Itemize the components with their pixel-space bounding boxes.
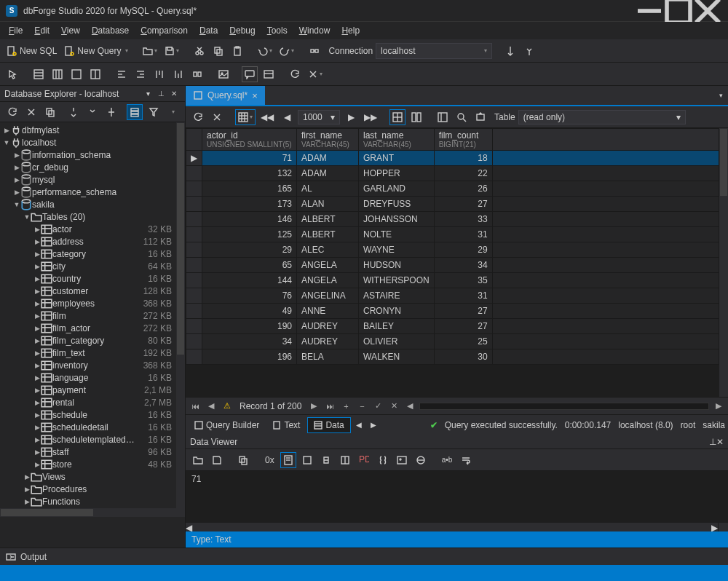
tree-table-country[interactable]: ▶country16 KB	[0, 272, 176, 285]
explorer-filter-icon[interactable]	[146, 104, 162, 120]
dv-image-icon[interactable]	[394, 452, 410, 468]
tool-grid2-icon[interactable]	[50, 66, 66, 82]
grid-mode1-icon[interactable]	[389, 109, 405, 125]
grid-page-count[interactable]: 1000▾	[298, 110, 340, 125]
dv-view5-icon[interactable]	[337, 452, 353, 468]
tool-grid3-icon[interactable]	[68, 66, 84, 82]
tree-table-store[interactable]: ▶store48 KB	[0, 458, 176, 470]
tree-table-category[interactable]: ▶category16 KB	[0, 248, 176, 260]
menu-database[interactable]: Database	[86, 23, 135, 38]
tree-scrollbar-horizontal[interactable]	[0, 508, 185, 517]
grid-last-icon[interactable]: ▶▶	[362, 109, 379, 125]
table-row[interactable]: ▶71ADAMGRANT18	[186, 151, 719, 166]
grid-export-icon[interactable]	[472, 109, 488, 125]
tab-text[interactable]: Text	[266, 418, 306, 432]
tree-host[interactable]: ▼localhost	[0, 136, 176, 149]
dv-hex-icon[interactable]: 0x	[261, 452, 277, 468]
menu-data[interactable]: Data	[194, 23, 223, 38]
tree-table-payment[interactable]: ▶payment2,1 MB	[0, 384, 176, 396]
menu-view[interactable]: View	[55, 23, 86, 38]
dv-save-icon[interactable]	[209, 452, 225, 468]
tree-schema-cr_debug[interactable]: ▶cr_debug	[0, 161, 176, 173]
table-row[interactable]: 144ANGELAWITHERSPOON35	[186, 273, 719, 288]
table-row[interactable]: 196BELAWALKEN30	[186, 349, 719, 365]
tree-table-film_category[interactable]: ▶film_category80 KB	[0, 334, 176, 347]
toolbar-save-button[interactable]: ▾	[162, 43, 181, 59]
pager-prev-icon[interactable]: ◀	[205, 400, 218, 413]
tree-table-film[interactable]: ▶film272 KB	[0, 309, 176, 322]
data-viewer-scrollbar[interactable]: ◀▶	[186, 523, 728, 531]
tool-grid1-icon[interactable]	[31, 66, 47, 82]
toolbar-copy-button[interactable]	[210, 43, 226, 59]
grid-stop-icon[interactable]	[209, 109, 225, 125]
column-header-first_name[interactable]: first_nameVARCHAR(45)	[297, 129, 359, 151]
pager-scroll-right-icon[interactable]: ▶	[712, 400, 725, 413]
column-header-actor_id[interactable]: actor_idUNSIGNED SMALLINT(5)	[202, 129, 297, 151]
tree-folder-functions[interactable]: ▶Functions	[0, 495, 176, 507]
result-grid[interactable]: actor_idUNSIGNED SMALLINT(5)first_nameVA…	[186, 128, 719, 397]
explorer-menu-icon[interactable]: ▾	[165, 104, 181, 120]
tree-table-address[interactable]: ▶address112 KB	[0, 235, 176, 248]
tool-cursor-icon[interactable]	[4, 66, 20, 82]
tree-table-employees[interactable]: ▶employees368 KB	[0, 297, 176, 309]
tree-schema-information_schema[interactable]: ▶information_schema	[0, 149, 176, 161]
table-row[interactable]: 173ALANDREYFUSS27	[186, 197, 719, 212]
dv-text-icon[interactable]	[280, 452, 296, 468]
pager-cancel-icon[interactable]: ✕	[387, 400, 400, 413]
tool-clear-icon[interactable]: ▾	[306, 66, 325, 82]
panel-close-icon[interactable]: ✕	[167, 87, 181, 100]
tab-query-sql[interactable]: Query.sql* ×	[186, 86, 265, 105]
tool-refresh-icon[interactable]	[287, 66, 303, 82]
tree-table-scheduledetail[interactable]: ▶scheduledetail16 KB	[0, 421, 176, 433]
grid-prev-icon[interactable]: ◀	[279, 109, 295, 125]
tree-table-language[interactable]: ▶language16 KB	[0, 371, 176, 384]
tool-chat-icon[interactable]	[242, 66, 258, 82]
minimize-button[interactable]	[635, 1, 664, 21]
dv-view4-icon[interactable]	[318, 452, 334, 468]
tree-table-rental[interactable]: ▶rental2,7 MB	[0, 396, 176, 408]
connection-dropdown[interactable]: localhost▾	[376, 43, 492, 59]
tree-table-schedule[interactable]: ▶schedule16 KB	[0, 408, 176, 421]
grid-search-icon[interactable]	[454, 109, 470, 125]
tree-folder-views[interactable]: ▶Views	[0, 470, 176, 483]
pager-last-icon[interactable]: ⏭	[323, 400, 336, 413]
tree-table-staff[interactable]: ▶staff96 KB	[0, 446, 176, 458]
menu-debug[interactable]: Debug	[223, 23, 261, 38]
dv-wrap-icon[interactable]	[458, 452, 474, 468]
table-row[interactable]: 49ANNECRONYN27	[186, 304, 719, 319]
dv-pin-icon[interactable]: ⊥	[709, 437, 716, 447]
tab-close-icon[interactable]: ×	[252, 90, 258, 101]
maximize-button[interactable]	[664, 1, 693, 21]
tree-table-actor[interactable]: ▶actor32 KB	[0, 223, 176, 235]
table-row[interactable]: 132ADAMHOPPER22	[186, 166, 719, 181]
table-row[interactable]: 29ALECWAYNE29	[186, 242, 719, 258]
tab-data[interactable]: Data	[307, 417, 350, 433]
explorer-details-icon[interactable]	[127, 104, 143, 120]
toolbar-cut-button[interactable]	[191, 43, 207, 59]
grid-next-icon[interactable]: ▶	[343, 109, 359, 125]
tool-align4-icon[interactable]	[170, 66, 186, 82]
dv-view3-icon[interactable]	[299, 452, 315, 468]
toolbar-connect-button[interactable]	[502, 43, 518, 59]
dv-copy-icon[interactable]	[235, 452, 251, 468]
tree-schema-mysql[interactable]: ▶mysql	[0, 173, 176, 186]
table-row[interactable]: 65ANGELAHUDSON34	[186, 258, 719, 273]
column-header-last_name[interactable]: last_nameVARCHAR(45)	[359, 129, 435, 151]
grid-view-icon[interactable]: ▾	[235, 109, 256, 125]
grid-first-icon[interactable]: ◀◀	[258, 109, 276, 125]
pager-check-icon[interactable]: ✓	[371, 400, 384, 413]
explorer-delete-icon[interactable]	[23, 104, 39, 120]
toolbar-paste-button[interactable]	[229, 43, 245, 59]
grid-cols-icon[interactable]	[435, 109, 451, 125]
panel-dropdown-icon[interactable]: ▾	[141, 87, 154, 100]
new-query-button[interactable]: New Query▾	[62, 43, 130, 59]
tree-folder-procedures[interactable]: ▶Procedures	[0, 483, 176, 495]
menu-help[interactable]: Help	[336, 23, 365, 38]
grid-refresh-icon[interactable]	[190, 109, 206, 125]
toolbar-open-button[interactable]: ▾	[141, 43, 159, 59]
data-viewer-body[interactable]: 71	[186, 471, 728, 523]
tree-table-customer[interactable]: ▶customer128 KB	[0, 285, 176, 297]
explorer-conn2-icon[interactable]	[84, 104, 100, 120]
tree-schema-performance_schema[interactable]: ▶performance_schema	[0, 186, 176, 198]
tree-table-scheduletemplatedetail[interactable]: ▶scheduletemplatedetail16 KB	[0, 433, 176, 446]
